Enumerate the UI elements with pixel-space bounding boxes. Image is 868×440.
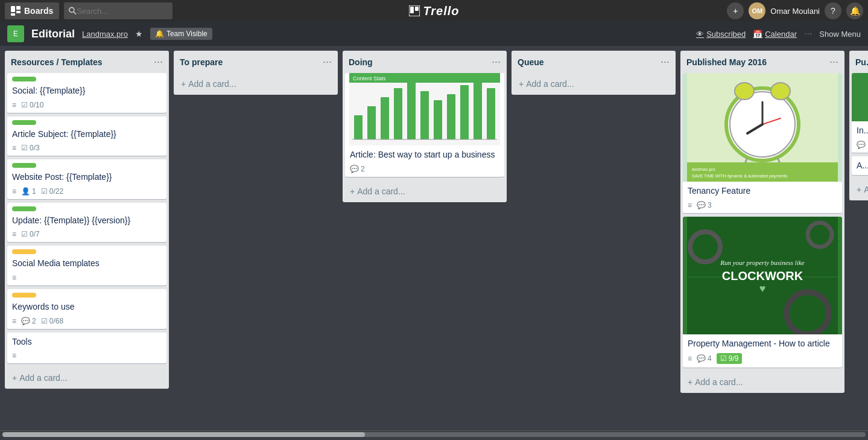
card-label [12, 120, 36, 125]
board-title: Editorial [31, 28, 75, 40]
star-icon[interactable]: ★ [135, 29, 143, 39]
calendar-button[interactable]: 📅 Calendar [753, 30, 797, 39]
help-button[interactable]: ? [825, 2, 841, 19]
card-meta: ≡👤1☑0/22 [12, 187, 162, 196]
subscribed-button[interactable]: 👁 Subscribed [696, 30, 746, 39]
card-meta-item: ≡ [12, 101, 16, 109]
notify-button[interactable]: 🔔 [846, 2, 863, 19]
avatar[interactable]: OM [749, 2, 765, 19]
svg-point-31 [771, 83, 790, 100]
board-logo: E [7, 25, 24, 42]
user-name[interactable]: Omar Moulani [770, 7, 820, 16]
trello-icon [408, 5, 419, 16]
board-org[interactable]: Landmax.pro [82, 30, 128, 39]
add-card-button[interactable]: +Add a card... [176, 75, 335, 92]
meta-value: 3 [708, 201, 712, 209]
card-meta-item: ≡ [688, 354, 692, 363]
list-menu-button[interactable]: ··· [661, 56, 670, 68]
board-header-right: 👁 Subscribed 📅 Calendar ··· Show Menu [696, 28, 861, 39]
card-clock-image: landmax.pro SAVE TIME WITH dynamic & aut… [683, 73, 842, 182]
meta-value: 0/10 [30, 101, 43, 109]
meta-value: 0/3 [30, 144, 40, 152]
card[interactable]: A... R... [852, 156, 868, 176]
meta-icon: ☑ [21, 230, 28, 238]
list-menu-button[interactable]: ··· [492, 56, 501, 68]
list-menu-button[interactable]: ··· [154, 56, 163, 68]
add-card-button[interactable]: +Add a card... [514, 75, 673, 92]
card[interactable]: Website Post: {{Template}}≡👤1☑0/22 [7, 159, 166, 199]
card[interactable]: Run your property business like CLOCKWOR… [683, 217, 842, 368]
add-card-button[interactable]: +Add a card... [683, 374, 842, 391]
list-header-queue: Queue··· [512, 51, 676, 73]
card-title: Website Post: {{Template}} [12, 171, 162, 183]
svg-rect-3 [11, 13, 15, 16]
svg-rect-1 [16, 6, 21, 10]
card[interactable]: In... ke...💬 [852, 73, 868, 153]
svg-text:♥: ♥ [759, 282, 766, 295]
svg-text:SAVE TIME WITH dynamic & autom: SAVE TIME WITH dynamic & automated payme… [692, 174, 788, 179]
card-meta-item: ☑0/22 [41, 187, 63, 196]
list-header-to-prepare: To prepare··· [174, 51, 338, 73]
top-nav-right: + OM Omar Moulani ? 🔔 [727, 2, 863, 19]
list-cards: landmax.pro SAVE TIME WITH dynamic & aut… [680, 73, 844, 371]
list-menu-button[interactable]: ··· [829, 56, 838, 68]
card-meta-item: ≡ [12, 144, 16, 152]
boards-label: Boards [24, 6, 53, 16]
meta-value: 0/7 [30, 230, 40, 238]
svg-rect-17 [420, 91, 429, 139]
list-queue: Queue···+Add a card... [512, 51, 676, 95]
card-chart-image: Content Stats [345, 73, 504, 145]
card[interactable]: Update: {{Template}} {{version}}≡☑0/7 [7, 203, 166, 243]
card-meta-item: ≡ [688, 201, 692, 209]
svg-text:CLOCKWORK: CLOCKWORK [722, 269, 803, 282]
meta-icon: ≡ [12, 351, 16, 360]
card[interactable]: Keywords to use≡💬2☑0/68 [7, 289, 166, 329]
card[interactable]: Content Stats [345, 73, 504, 177]
meta-value: 0/22 [49, 187, 63, 196]
plus-icon: + [350, 187, 355, 196]
plus-icon: + [181, 79, 186, 89]
card[interactable]: landmax.pro SAVE TIME WITH dynamic & aut… [683, 73, 842, 213]
show-menu-button[interactable]: Show Menu [819, 30, 861, 39]
calendar-icon: 📅 [753, 30, 762, 39]
card-meta-item: 👤1 [21, 187, 36, 196]
svg-text:landmax.pro: landmax.pro [692, 167, 715, 172]
svg-rect-18 [434, 100, 442, 139]
list-cards: Content Stats [343, 73, 507, 180]
add-card-button[interactable]: +Add a card... [345, 183, 504, 200]
add-card-label: Add a card... [695, 377, 743, 387]
list-menu-button[interactable]: ··· [323, 56, 332, 68]
card-title: Social Media templates [12, 258, 162, 270]
list-cards: In... ke...💬A... R... [849, 73, 868, 179]
card[interactable]: Social Media templates≡ [7, 246, 166, 285]
meta-icon: 💬 [857, 141, 866, 149]
search-box[interactable] [64, 2, 173, 19]
scrollbar-thumb[interactable] [2, 432, 365, 437]
card-meta-item: ≡ [12, 317, 16, 325]
card-meta-item: 💬2 [350, 165, 365, 173]
card-meta-item: ≡ [12, 351, 16, 360]
list-title: Doing [349, 57, 373, 67]
card[interactable]: Article Subject: {{Template}}≡☑0/3 [7, 116, 166, 156]
svg-rect-0 [11, 6, 15, 12]
meta-icon: ≡ [688, 201, 692, 209]
card-title: Property Management - How to article [688, 338, 837, 350]
meta-icon: 💬 [21, 317, 30, 325]
card-meta: 💬2 [350, 165, 499, 173]
add-card-button[interactable]: +Add a card... [7, 369, 166, 386]
card[interactable]: Social: {{Template}}≡☑0/10 [7, 73, 166, 113]
meta-value: 0/68 [49, 317, 63, 325]
card[interactable]: Tools≡ [7, 333, 166, 364]
add-card-button[interactable]: +Add a card... [852, 181, 868, 198]
add-button[interactable]: + [727, 2, 744, 19]
card-meta: ≡💬2☑0/68 [12, 317, 162, 325]
list-header-published-may: Published May 2016··· [680, 51, 844, 73]
boards-button[interactable]: Boards [5, 2, 59, 19]
scrollbar-track [2, 432, 866, 437]
board-visibility[interactable]: 🔔 Team Visible [150, 28, 212, 40]
svg-point-4 [69, 7, 74, 12]
divider: ··· [804, 28, 812, 39]
search-input[interactable] [77, 7, 168, 16]
svg-rect-16 [407, 82, 416, 139]
check-icon: ☑ [720, 354, 727, 363]
